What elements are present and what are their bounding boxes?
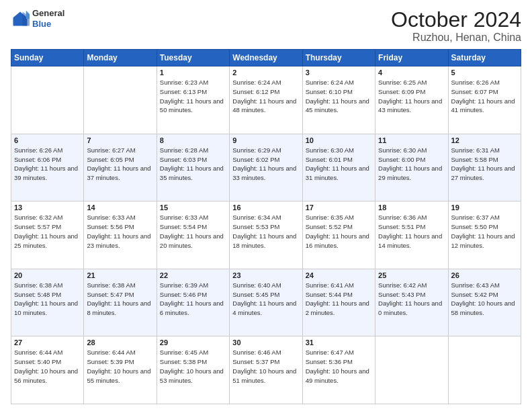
calendar-cell	[84, 66, 157, 134]
day-number: 10	[306, 136, 372, 144]
weekday-header: Tuesday	[157, 50, 229, 66]
weekday-header: Monday	[84, 50, 157, 66]
day-info: Sunrise: 6:35 AMSunset: 5:52 PMDaylight:…	[306, 213, 372, 250]
calendar-cell: 11Sunrise: 6:30 AMSunset: 6:00 PMDayligh…	[375, 134, 448, 201]
day-number: 5	[451, 68, 518, 77]
day-number: 26	[451, 271, 518, 279]
day-number: 9	[232, 136, 299, 144]
calendar-cell: 21Sunrise: 6:38 AMSunset: 5:47 PMDayligh…	[84, 269, 157, 336]
calendar-week-row: 6Sunrise: 6:26 AMSunset: 6:06 PMDaylight…	[11, 134, 521, 201]
calendar-cell: 13Sunrise: 6:32 AMSunset: 5:57 PMDayligh…	[11, 201, 84, 269]
day-info: Sunrise: 6:44 AMSunset: 5:39 PMDaylight:…	[87, 348, 153, 385]
day-number: 28	[87, 338, 153, 347]
calendar-cell: 17Sunrise: 6:35 AMSunset: 5:52 PMDayligh…	[302, 201, 375, 269]
day-info: Sunrise: 6:40 AMSunset: 5:45 PMDaylight:…	[232, 281, 299, 318]
calendar-cell: 29Sunrise: 6:45 AMSunset: 5:38 PMDayligh…	[157, 336, 229, 404]
day-info: Sunrise: 6:27 AMSunset: 6:05 PMDaylight:…	[87, 146, 153, 183]
calendar-cell: 6Sunrise: 6:26 AMSunset: 6:06 PMDaylight…	[11, 134, 84, 201]
day-info: Sunrise: 6:28 AMSunset: 6:03 PMDaylight:…	[160, 146, 226, 183]
day-number: 6	[14, 136, 81, 144]
day-number: 29	[160, 338, 226, 347]
day-info: Sunrise: 6:23 AMSunset: 6:13 PMDaylight:…	[160, 78, 226, 115]
day-info: Sunrise: 6:30 AMSunset: 6:00 PMDaylight:…	[378, 146, 445, 183]
day-number: 20	[14, 271, 81, 279]
calendar-cell: 26Sunrise: 6:43 AMSunset: 5:42 PMDayligh…	[448, 269, 521, 336]
day-info: Sunrise: 6:32 AMSunset: 5:57 PMDaylight:…	[14, 213, 81, 250]
calendar-cell: 12Sunrise: 6:31 AMSunset: 5:58 PMDayligh…	[448, 134, 521, 201]
day-number: 22	[160, 271, 226, 279]
calendar-cell: 30Sunrise: 6:46 AMSunset: 5:37 PMDayligh…	[230, 336, 302, 404]
day-number: 3	[306, 68, 372, 77]
day-info: Sunrise: 6:39 AMSunset: 5:46 PMDaylight:…	[160, 281, 226, 318]
day-number: 12	[451, 136, 518, 144]
logo: General Blue	[11, 8, 64, 29]
calendar-cell: 4Sunrise: 6:25 AMSunset: 6:09 PMDaylight…	[375, 66, 448, 134]
day-info: Sunrise: 6:47 AMSunset: 5:36 PMDaylight:…	[306, 348, 372, 385]
weekday-header: Wednesday	[230, 50, 302, 66]
weekday-header: Thursday	[302, 50, 375, 66]
day-number: 30	[232, 338, 299, 347]
weekday-header-row: SundayMondayTuesdayWednesdayThursdayFrid…	[11, 50, 521, 66]
calendar-table: SundayMondayTuesdayWednesdayThursdayFrid…	[11, 49, 521, 404]
calendar-cell: 7Sunrise: 6:27 AMSunset: 6:05 PMDaylight…	[84, 134, 157, 201]
day-number: 13	[14, 203, 81, 212]
day-number: 25	[378, 271, 445, 279]
day-info: Sunrise: 6:36 AMSunset: 5:51 PMDaylight:…	[378, 213, 445, 250]
day-info: Sunrise: 6:33 AMSunset: 5:54 PMDaylight:…	[160, 213, 226, 250]
day-info: Sunrise: 6:34 AMSunset: 5:53 PMDaylight:…	[232, 213, 299, 250]
day-info: Sunrise: 6:24 AMSunset: 6:10 PMDaylight:…	[306, 78, 372, 115]
calendar-cell: 22Sunrise: 6:39 AMSunset: 5:46 PMDayligh…	[157, 269, 229, 336]
calendar-cell: 14Sunrise: 6:33 AMSunset: 5:56 PMDayligh…	[84, 201, 157, 269]
day-info: Sunrise: 6:26 AMSunset: 6:07 PMDaylight:…	[451, 78, 518, 115]
calendar-cell: 2Sunrise: 6:24 AMSunset: 6:12 PMDaylight…	[230, 66, 302, 134]
day-number: 8	[160, 136, 226, 144]
calendar-cell: 3Sunrise: 6:24 AMSunset: 6:10 PMDaylight…	[302, 66, 375, 134]
day-info: Sunrise: 6:45 AMSunset: 5:38 PMDaylight:…	[160, 348, 226, 385]
day-info: Sunrise: 6:43 AMSunset: 5:42 PMDaylight:…	[451, 281, 518, 318]
logo-icon	[11, 9, 30, 28]
day-number: 14	[87, 203, 153, 212]
day-info: Sunrise: 6:38 AMSunset: 5:47 PMDaylight:…	[87, 281, 153, 318]
day-info: Sunrise: 6:44 AMSunset: 5:40 PMDaylight:…	[14, 348, 81, 385]
day-info: Sunrise: 6:25 AMSunset: 6:09 PMDaylight:…	[378, 78, 445, 115]
calendar-week-row: 13Sunrise: 6:32 AMSunset: 5:57 PMDayligh…	[11, 201, 521, 269]
day-number: 19	[451, 203, 518, 212]
calendar-cell: 8Sunrise: 6:28 AMSunset: 6:03 PMDaylight…	[157, 134, 229, 201]
day-info: Sunrise: 6:38 AMSunset: 5:48 PMDaylight:…	[14, 281, 81, 318]
day-info: Sunrise: 6:26 AMSunset: 6:06 PMDaylight:…	[14, 146, 81, 183]
calendar-cell: 20Sunrise: 6:38 AMSunset: 5:48 PMDayligh…	[11, 269, 84, 336]
day-number: 11	[378, 136, 445, 144]
day-number: 17	[306, 203, 372, 212]
calendar-cell	[375, 336, 448, 404]
day-number: 18	[378, 203, 445, 212]
weekday-header: Saturday	[448, 50, 521, 66]
day-info: Sunrise: 6:37 AMSunset: 5:50 PMDaylight:…	[451, 213, 518, 250]
calendar-week-row: 20Sunrise: 6:38 AMSunset: 5:48 PMDayligh…	[11, 269, 521, 336]
calendar-cell: 28Sunrise: 6:44 AMSunset: 5:39 PMDayligh…	[84, 336, 157, 404]
calendar-cell: 16Sunrise: 6:34 AMSunset: 5:53 PMDayligh…	[230, 201, 302, 269]
day-number: 31	[306, 338, 372, 347]
day-info: Sunrise: 6:46 AMSunset: 5:37 PMDaylight:…	[232, 348, 299, 385]
day-number: 24	[306, 271, 372, 279]
calendar-cell: 23Sunrise: 6:40 AMSunset: 5:45 PMDayligh…	[230, 269, 302, 336]
day-number: 1	[160, 68, 226, 77]
calendar-cell: 24Sunrise: 6:41 AMSunset: 5:44 PMDayligh…	[302, 269, 375, 336]
day-number: 7	[87, 136, 153, 144]
calendar-subtitle: Ruzhou, Henan, China	[391, 32, 521, 44]
calendar-cell: 25Sunrise: 6:42 AMSunset: 5:43 PMDayligh…	[375, 269, 448, 336]
day-info: Sunrise: 6:42 AMSunset: 5:43 PMDaylight:…	[378, 281, 445, 318]
day-info: Sunrise: 6:29 AMSunset: 6:02 PMDaylight:…	[232, 146, 299, 183]
calendar-cell	[11, 66, 84, 134]
svg-marker-2	[26, 10, 30, 18]
calendar-cell: 27Sunrise: 6:44 AMSunset: 5:40 PMDayligh…	[11, 336, 84, 404]
day-number: 23	[232, 271, 299, 279]
day-number: 21	[87, 271, 153, 279]
calendar-cell: 5Sunrise: 6:26 AMSunset: 6:07 PMDaylight…	[448, 66, 521, 134]
title-block: October 2024 Ruzhou, Henan, China	[391, 8, 521, 44]
calendar-cell: 18Sunrise: 6:36 AMSunset: 5:51 PMDayligh…	[375, 201, 448, 269]
weekday-header: Sunday	[11, 50, 84, 66]
calendar-cell: 10Sunrise: 6:30 AMSunset: 6:01 PMDayligh…	[302, 134, 375, 201]
calendar-cell: 15Sunrise: 6:33 AMSunset: 5:54 PMDayligh…	[157, 201, 229, 269]
day-number: 15	[160, 203, 226, 212]
calendar-cell: 9Sunrise: 6:29 AMSunset: 6:02 PMDaylight…	[230, 134, 302, 201]
